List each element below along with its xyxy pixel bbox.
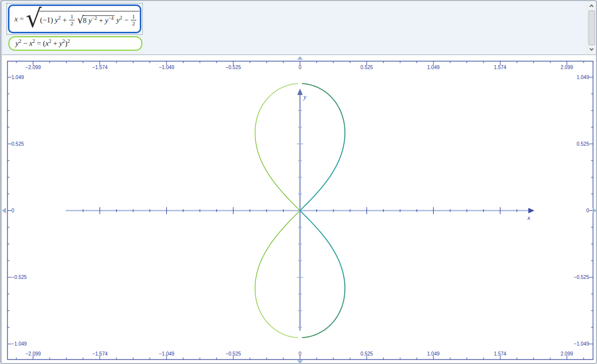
x-axis-tick-label-bottom: 0 xyxy=(298,351,301,357)
x-axis-label: x xyxy=(527,214,530,221)
scroll-up-button[interactable] xyxy=(588,2,596,10)
y-axis-tick-label-right: −0.525 xyxy=(574,274,589,280)
x-axis-tick-label-bottom: 1.574 xyxy=(494,351,506,357)
x-axis-tick-label-top: 0.525 xyxy=(361,65,373,70)
equation-1-box[interactable]: x = √(−1) y2 + 12 √8 y−2 + y−4 y2 − 12 xyxy=(8,4,141,33)
x-axis-tick-label-bottom: 0.525 xyxy=(361,351,373,357)
pan-left-button[interactable] xyxy=(2,208,6,214)
plot-canvas[interactable]: −2.099−2.099−1.574−1.574−1.049−1.049−0.5… xyxy=(2,55,597,364)
y-axis-label: y xyxy=(302,93,306,100)
x-axis-tick-label-bottom: −2.099 xyxy=(25,351,41,357)
x-axis-tick-label-top: −1.574 xyxy=(92,65,107,70)
curve-right-branch xyxy=(300,211,345,338)
equation-1-math[interactable]: x = √(−1) y2 + 12 √8 y−2 + y−4 y2 − 12 xyxy=(14,8,139,30)
y-axis-tick-label-left: −0.525 xyxy=(11,274,27,280)
x-axis-tick-label-bottom: −1.574 xyxy=(92,351,107,357)
pan-up-button[interactable] xyxy=(297,56,303,60)
chevron-down-icon xyxy=(590,47,594,51)
x-axis-tick-label-bottom: 1.049 xyxy=(427,351,440,357)
x-axis-tick-label-top: −1.049 xyxy=(159,65,175,70)
formula-scrollbar[interactable] xyxy=(588,2,595,54)
formula-panel: x = √(−1) y2 + 12 √8 y−2 + y−4 y2 − 12 y… xyxy=(2,1,596,55)
y-axis-tick-label-right: 1.049 xyxy=(577,75,589,80)
x-axis-tick-label-bottom: 2.099 xyxy=(561,351,573,357)
y-axis-tick-label-right: 0.525 xyxy=(577,141,589,147)
x-axis-tick-label-bottom: −1.049 xyxy=(159,351,175,357)
x-axis-tick-label-top: 1.574 xyxy=(494,65,506,70)
equation-2-math[interactable]: y2 − x2 = (x2 + y2)2 xyxy=(15,39,70,48)
x-axis-tick-label-top: 0 xyxy=(298,65,301,70)
x-axis-tick-label-top: 2.099 xyxy=(561,65,573,70)
x-axis-tick-label-top: 1.049 xyxy=(427,65,440,70)
chevron-up-icon xyxy=(590,4,594,8)
curve-right-branch xyxy=(300,84,345,210)
scrollbar-thumb[interactable] xyxy=(589,10,595,45)
x-axis-tick-label-top: −0.525 xyxy=(225,65,241,70)
plot-panel: −2.099−2.099−1.574−1.574−1.049−1.049−0.5… xyxy=(2,55,597,364)
y-axis-tick-label-left: 0 xyxy=(11,208,14,213)
scroll-down-button[interactable] xyxy=(588,46,596,54)
y-axis-tick-label-left: 0.525 xyxy=(11,141,24,147)
pan-down-button[interactable] xyxy=(297,361,303,364)
app-window: x = √(−1) y2 + 12 √8 y−2 + y−4 y2 − 12 y… xyxy=(0,0,597,364)
equation-2-box[interactable]: y2 − x2 = (x2 + y2)2 xyxy=(8,36,142,51)
equation-1-selection-outline: x = √(−1) y2 + 12 √8 y−2 + y−4 y2 − 12 xyxy=(6,3,143,35)
x-axis-tick-label-bottom: −0.525 xyxy=(225,351,241,357)
y-axis-tick-label-left: −1.049 xyxy=(11,341,27,347)
curve-left-branch xyxy=(255,84,300,210)
y-axis-tick-label-left: 1.049 xyxy=(11,75,24,80)
curve-left-branch xyxy=(255,211,300,338)
x-axis-tick-label-top: −2.099 xyxy=(25,65,41,70)
x-axis-arrow-icon xyxy=(528,208,534,213)
y-axis-arrow-icon xyxy=(298,89,303,95)
y-axis-tick-label-right: −1.049 xyxy=(574,341,589,347)
y-axis-tick-label-right: 0 xyxy=(586,208,589,213)
pan-right-button[interactable] xyxy=(593,208,597,214)
